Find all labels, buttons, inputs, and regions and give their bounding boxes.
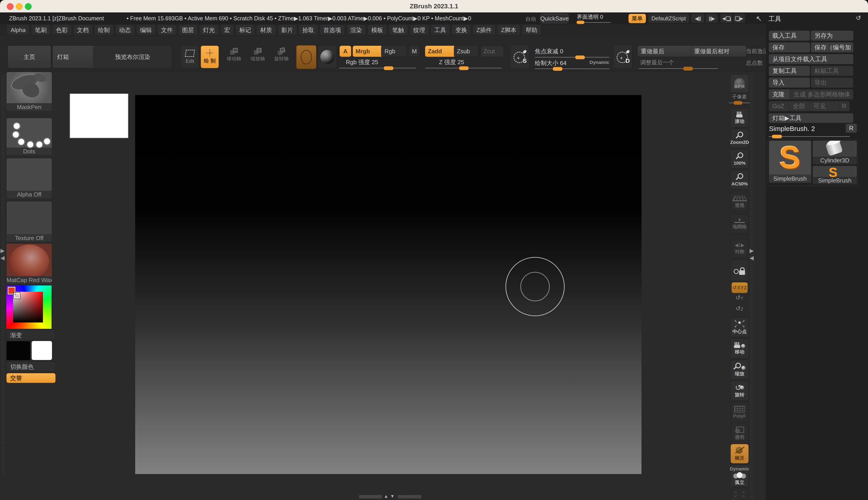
paste-tool-button[interactable]: 粘贴工具 xyxy=(811,66,854,76)
xpose-button[interactable]: ↖ ↗ ↙ ↘ Xpose xyxy=(731,488,749,500)
next-layout-button[interactable]: ▶ xyxy=(733,14,745,23)
stroke-d-button[interactable]: + D xyxy=(613,45,633,69)
current-texture-tray-button[interactable]: Texture Off xyxy=(6,201,52,242)
adjust-last-slider[interactable] xyxy=(639,68,718,69)
replay-last-relative-button[interactable]: 重做最后相对 xyxy=(691,46,746,57)
subpixel-slider[interactable] xyxy=(729,103,750,103)
menu-item[interactable]: 材质 xyxy=(257,25,276,35)
mrgb-button[interactable]: Mrgb xyxy=(353,46,382,57)
lightbox-button[interactable]: 灯箱 xyxy=(53,46,96,68)
make-polymesh-button[interactable]: 生成 多边形网格物体 xyxy=(790,89,854,100)
home-button[interactable]: 主页 xyxy=(8,46,51,68)
symmetry-button[interactable]: ◀▶ 对称 xyxy=(731,239,749,258)
active-tool-thumbnail[interactable]: S SimpleBrush xyxy=(769,140,811,183)
menu-item[interactable]: 模板 xyxy=(368,25,387,35)
alpha-channel-button[interactable]: A xyxy=(340,46,351,57)
tray-close-icon[interactable]: ◀ xyxy=(0,255,4,261)
polyframe-button[interactable]: PolyF xyxy=(731,402,749,422)
move-axis-button[interactable]: M 移动轴 xyxy=(224,48,244,62)
focal-shift-slider[interactable] xyxy=(535,57,609,58)
rotate-y-button[interactable]: ↺Y xyxy=(731,294,748,301)
save-button[interactable]: 保存 xyxy=(769,42,810,53)
alternate-color-button[interactable]: 交替 xyxy=(6,373,56,383)
menu-item[interactable]: 文件 xyxy=(157,25,177,35)
lightbox-to-tool-button[interactable]: 灯箱▶工具 xyxy=(769,113,854,123)
current-brush-button[interactable]: MaskPen xyxy=(6,72,52,111)
goz-button[interactable]: GoZ xyxy=(769,101,791,111)
edit-button[interactable]: Edit xyxy=(181,46,199,68)
left-tray-divider[interactable] xyxy=(1,75,4,474)
bpr-render-button[interactable]: BPR xyxy=(731,75,749,93)
current-material-tray-button[interactable]: MatCap Red Wax xyxy=(6,243,52,284)
goz-r-button[interactable]: R xyxy=(838,101,850,111)
switch-color-button[interactable]: 切换颜色 xyxy=(6,362,56,372)
menu-item[interactable]: 编辑 xyxy=(136,25,156,35)
preview-boolean-button[interactable]: 预览布尔渲染 xyxy=(93,46,172,68)
rgb-button[interactable]: Rgb xyxy=(381,46,407,57)
perspective-button[interactable]: 透视 xyxy=(731,192,749,211)
menu-item[interactable]: 首选项 xyxy=(320,25,345,35)
rotate-view-button[interactable]: ↺ 旋转 xyxy=(731,381,749,401)
prev-layout-button[interactable]: ◀ xyxy=(720,14,732,23)
color-picker[interactable] xyxy=(6,285,52,329)
current-alpha-button[interactable]: Alpha Off xyxy=(6,158,52,198)
goz-visible-button[interactable]: 可见 xyxy=(810,101,840,111)
menu-item[interactable]: 渲染 xyxy=(346,25,366,35)
replay-last-button[interactable]: 重做最后 xyxy=(637,46,692,57)
export-button[interactable]: 导出 xyxy=(811,78,854,88)
load-from-project-button[interactable]: 从项目文件载入工具 xyxy=(769,54,854,64)
main-color-swatch[interactable] xyxy=(6,341,30,361)
zcut-button[interactable]: Zcut xyxy=(481,46,504,57)
menu-item[interactable]: 笔刷 xyxy=(31,25,51,35)
current-stroke-button[interactable]: Dots xyxy=(6,118,52,155)
menu-item[interactable]: 工具 xyxy=(431,25,450,35)
color-selector-handle[interactable] xyxy=(14,293,20,298)
document-thumbnail[interactable] xyxy=(70,93,129,138)
tool-slider[interactable] xyxy=(769,136,850,137)
save-as-button[interactable]: 另存为 xyxy=(811,31,854,41)
draw-size-slider[interactable] xyxy=(535,68,609,69)
draw-button[interactable]: 绘 制 xyxy=(201,46,219,68)
menu-item[interactable]: Z脚本 xyxy=(497,25,520,35)
local-symmetry-button[interactable] xyxy=(731,260,749,281)
ghost-button[interactable]: 幽灵 xyxy=(731,444,749,463)
menu-item[interactable]: 动态 xyxy=(115,25,135,35)
antialiased-half-button[interactable]: AC50% xyxy=(731,170,749,189)
zscript-button[interactable]: DefaultZScript xyxy=(648,14,689,23)
canvas-scrollbar-right-handle[interactable] xyxy=(398,495,421,498)
menu-item[interactable]: 拾取 xyxy=(299,25,318,35)
menu-item[interactable]: 纹理 xyxy=(410,25,429,35)
panel-close-icon[interactable]: ◀ xyxy=(749,255,754,261)
clone-button[interactable]: 克隆 xyxy=(769,89,792,100)
scroll-canvas-button[interactable]: 滚动 xyxy=(731,109,749,127)
cylinder3d-thumbnail[interactable]: Cylinder3D xyxy=(813,140,857,164)
panel-open-icon[interactable]: ▶ xyxy=(749,248,754,254)
menu-item[interactable]: 标记 xyxy=(235,25,255,35)
tray-open-icon[interactable]: ▶ xyxy=(0,248,4,254)
document-canvas[interactable] xyxy=(135,95,642,474)
ui-opacity-slider[interactable] xyxy=(577,22,611,23)
current-material-button[interactable] xyxy=(318,45,337,69)
floor-grid-button[interactable]: ▼ 地网格 xyxy=(731,215,749,234)
menu-item[interactable]: 帮助 xyxy=(522,25,541,35)
import-button[interactable]: 导入 xyxy=(769,78,810,88)
canvas-scrollbar-left-handle[interactable] xyxy=(359,495,382,498)
menu-item[interactable]: Z插件 xyxy=(472,25,496,35)
zsub-button[interactable]: Zsub xyxy=(454,46,479,57)
tool-r-button[interactable]: R xyxy=(845,124,857,133)
menu-item[interactable]: 灯光 xyxy=(199,25,219,35)
m-button[interactable]: M xyxy=(409,46,420,57)
transparent-button[interactable]: 透明 xyxy=(731,424,749,443)
current-texture-button[interactable] xyxy=(296,45,316,69)
right-tray-divider[interactable] xyxy=(750,75,753,500)
scroll-down-icon[interactable]: ▼ xyxy=(390,494,395,499)
goz-all-button[interactable]: 全部 xyxy=(789,101,812,111)
actual-size-button[interactable]: 100% xyxy=(731,149,749,169)
reset-icon[interactable]: ↺ xyxy=(856,14,861,22)
rotate-axis-button[interactable]: R 旋转轴 xyxy=(271,48,292,62)
zoom3d-button[interactable]: 缩放 xyxy=(731,360,749,379)
zoom2d-button[interactable]: Zoom2D xyxy=(731,129,749,148)
zadd-button[interactable]: Zadd xyxy=(425,46,455,57)
frame-button[interactable]: ↖ ↗ ↙ ↘ 中心点 xyxy=(731,318,749,337)
copy-tool-button[interactable]: 复制工具 xyxy=(769,66,810,76)
